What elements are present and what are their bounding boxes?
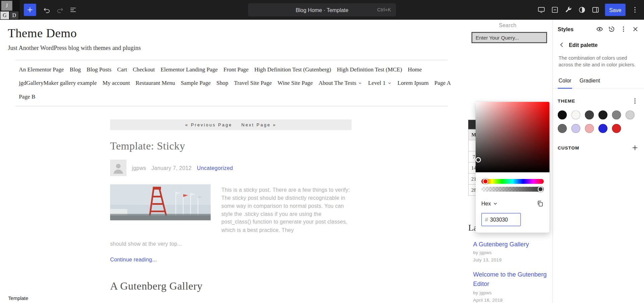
- document-overview-button[interactable]: [66, 3, 79, 16]
- nav-link[interactable]: My account: [103, 80, 130, 86]
- color-swatch[interactable]: [612, 110, 621, 119]
- nav-link-label: Cart: [117, 66, 127, 73]
- continue-reading-link[interactable]: Continue reading...: [110, 256, 157, 262]
- hue-slider[interactable]: [481, 179, 544, 184]
- block-inserter-button[interactable]: [24, 4, 36, 16]
- nav-link[interactable]: Restaurant Menu: [136, 80, 175, 86]
- zoom-out-button[interactable]: [548, 3, 561, 16]
- desktop-icon: [537, 5, 546, 14]
- chevron-down-icon: [358, 81, 362, 85]
- post-title[interactable]: Template: Sticky: [110, 140, 352, 153]
- nav-link-label: Blog: [70, 66, 81, 73]
- nav-link[interactable]: Elementor Landing Page: [161, 66, 218, 73]
- nav-link[interactable]: Cart: [117, 66, 127, 73]
- tab-color[interactable]: Color: [554, 73, 576, 88]
- nav-link[interactable]: Home: [408, 66, 422, 73]
- add-custom-color-button[interactable]: [629, 142, 641, 154]
- close-styles-button[interactable]: [629, 23, 641, 35]
- nav-link-label: About The Tests: [319, 80, 356, 86]
- color-swatch[interactable]: [585, 124, 594, 133]
- style-book-button[interactable]: [593, 23, 605, 35]
- color-swatch[interactable]: [558, 124, 567, 133]
- nav-link-label: Checkout: [133, 66, 155, 73]
- nav-link[interactable]: Blog: [70, 66, 81, 73]
- nav-link[interactable]: Sample Page: [181, 80, 211, 86]
- post-link[interactable]: A Gutenberg Gallery: [473, 239, 547, 249]
- nav-link[interactable]: High Definition Test (MCE): [337, 66, 402, 73]
- theme-color-swatches: [553, 109, 644, 133]
- options-menu-button[interactable]: [628, 3, 641, 16]
- color-format-select[interactable]: Hex: [481, 200, 498, 206]
- nav-link-label: Shop: [216, 80, 228, 86]
- nav-link-label: Level 1: [368, 80, 386, 86]
- nav-link[interactable]: Checkout: [133, 66, 155, 73]
- styles-button[interactable]: [576, 3, 589, 16]
- previous-page-link[interactable]: « Previous Page: [185, 122, 232, 127]
- color-swatch[interactable]: [571, 124, 580, 133]
- back-button[interactable]: [558, 41, 566, 49]
- color-swatch[interactable]: [585, 110, 594, 119]
- hex-input[interactable]: [490, 217, 516, 223]
- nav-link[interactable]: jgdGalleryMaker gallery example: [19, 80, 97, 86]
- nav-link-label: Restaurant Menu: [136, 80, 175, 86]
- revisions-button[interactable]: [605, 23, 618, 35]
- hue-handle[interactable]: [483, 179, 488, 184]
- sticky-post-image[interactable]: [110, 184, 211, 221]
- edit-palette-label[interactable]: Edit palette: [569, 42, 598, 48]
- nav-link[interactable]: About The Tests: [319, 80, 363, 86]
- nav-link[interactable]: Level 1: [368, 80, 392, 86]
- next-post-title[interactable]: A Gutenberg Gallery: [110, 280, 352, 293]
- site-icon[interactable]: J G D: [0, 0, 20, 20]
- color-picker-body: Hex #: [476, 172, 549, 233]
- nav-link[interactable]: Page B: [19, 94, 35, 100]
- nav-link[interactable]: Travel Site Page: [234, 80, 272, 86]
- nav-link-label: High Definition Test (MCE): [337, 66, 402, 73]
- styles-options-button[interactable]: [617, 23, 629, 35]
- command-center[interactable]: Blog Home · Template Ctrl+K: [248, 3, 396, 16]
- color-swatch[interactable]: [558, 110, 567, 119]
- chevron-down-icon: [387, 81, 391, 85]
- nav-link[interactable]: Blog Posts: [87, 66, 111, 73]
- save-button[interactable]: Save: [605, 4, 626, 16]
- zoom-out-icon: [550, 5, 559, 14]
- latest-posts-widget: Latest Posts A Gutenberg Gallery by jgpw…: [468, 223, 547, 303]
- color-swatch[interactable]: [626, 110, 635, 119]
- editor-topbar: J G D Blog Home · Template Ctrl+K: [0, 0, 644, 20]
- breadcrumb[interactable]: Template: [8, 296, 28, 301]
- tab-gradient[interactable]: Gradient: [576, 73, 604, 88]
- copy-color-button[interactable]: [536, 200, 544, 207]
- saturation-area[interactable]: [476, 102, 549, 173]
- alpha-handle[interactable]: [538, 186, 543, 192]
- color-swatch[interactable]: [598, 110, 607, 119]
- nav-link-label: My account: [103, 80, 130, 86]
- color-swatch[interactable]: [612, 124, 621, 133]
- saturation-handle[interactable]: [476, 157, 481, 163]
- color-picker-popover: Hex #: [476, 102, 549, 233]
- color-swatch[interactable]: [571, 110, 580, 119]
- undo-button[interactable]: [40, 3, 53, 16]
- search-input[interactable]: [472, 32, 547, 43]
- redo-button[interactable]: [53, 3, 66, 16]
- next-page-link[interactable]: Next Page »: [241, 122, 276, 127]
- topbar-right-group: Save: [535, 0, 642, 20]
- nav-link[interactable]: High Definition Test (Gutenberg): [254, 66, 331, 73]
- tools-button[interactable]: [562, 3, 575, 16]
- post-category-link[interactable]: Uncategorized: [197, 165, 233, 171]
- alpha-slider[interactable]: [481, 187, 544, 192]
- nav-link-label: Page B: [19, 94, 35, 100]
- nav-link[interactable]: Lorem Ipsum: [397, 80, 429, 86]
- nav-link[interactable]: An Elementor Page: [19, 66, 64, 73]
- post-body-text-continued[interactable]: should show at the very top...: [110, 241, 352, 247]
- post-link[interactable]: Welcome to the Gutenberg Editor: [473, 270, 547, 289]
- nav-link[interactable]: Front Page: [223, 66, 249, 73]
- theme-colors-options-button[interactable]: [629, 95, 641, 107]
- post-body-text[interactable]: This is a sticky post. There are a few t…: [221, 186, 352, 234]
- nav-link[interactable]: Page A: [434, 80, 451, 86]
- settings-panel-button[interactable]: [589, 3, 602, 16]
- color-swatch[interactable]: [598, 124, 607, 133]
- nav-link[interactable]: Wine Site Page: [277, 80, 313, 86]
- eye-icon: [595, 25, 603, 33]
- preview-button[interactable]: [535, 3, 548, 16]
- post-date: January 7, 2012: [152, 165, 192, 171]
- nav-link[interactable]: Shop: [216, 80, 228, 86]
